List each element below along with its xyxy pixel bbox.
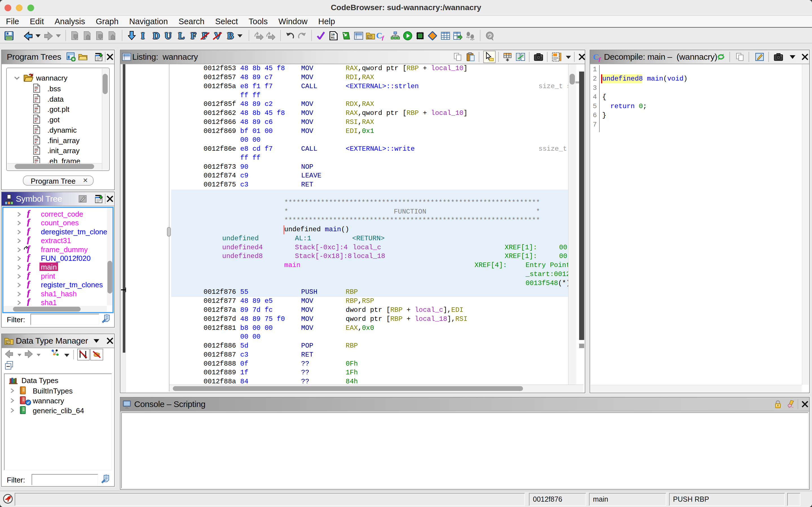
svg-text:C: C: [593, 52, 599, 61]
svg-text:f: f: [382, 34, 385, 41]
svg-text:DT: DT: [6, 341, 10, 344]
svg-text:DT: DT: [368, 36, 371, 39]
svg-text:01: 01: [331, 36, 335, 40]
svg-text:f: f: [599, 56, 601, 62]
svg-text:C: C: [376, 31, 382, 40]
